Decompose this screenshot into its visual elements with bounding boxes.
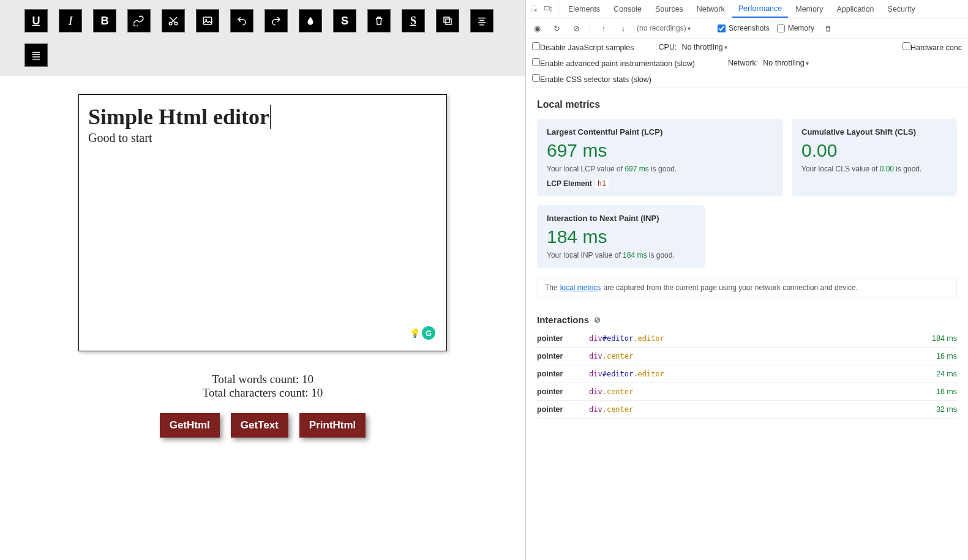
editor-heading[interactable]: Simple Html editor <box>88 104 437 130</box>
tab-memory[interactable]: Memory <box>789 1 829 17</box>
bold-button[interactable]: B <box>93 9 116 32</box>
inp-title: Interaction to Next Paint (INP) <box>547 214 696 223</box>
counts-display: Total words count: 10 Total characters c… <box>203 373 323 400</box>
disable-js-checkbox[interactable]: Disable JavaScript samples <box>532 42 634 52</box>
image-button[interactable] <box>196 9 219 32</box>
inspect-icon[interactable] <box>528 3 541 15</box>
metrics-heading: Local metrics <box>537 99 957 110</box>
enable-paint-checkbox[interactable]: Enable advanced paint instrumentation (s… <box>532 58 703 68</box>
network-label: Network: <box>728 59 758 67</box>
download-icon[interactable]: ↓ <box>617 22 629 34</box>
cpu-label: CPU: <box>659 43 677 51</box>
recordings-dropdown[interactable]: (no recordings) <box>637 24 710 32</box>
tab-security[interactable]: Security <box>882 1 921 17</box>
web-page: U I B S S Simple Html editor Good to sta… <box>0 0 525 560</box>
cpu-throttle-dropdown[interactable]: No throttling <box>681 43 727 51</box>
enable-css-checkbox[interactable]: Enable CSS selector stats (slow) <box>532 74 962 84</box>
upload-icon[interactable]: ↑ <box>598 22 610 34</box>
svg-rect-4 <box>446 19 451 24</box>
bulb-icon[interactable]: 💡 <box>408 327 421 339</box>
editor-content[interactable]: Simple Html editor Good to start 💡 G <box>78 94 447 351</box>
words-value: 10 <box>302 373 313 386</box>
action-buttons: GetHtml GetText PrintHtml <box>160 413 366 438</box>
align-justify-button[interactable] <box>24 43 48 67</box>
cls-card: Cumulative Layout Shift (CLS) 0.00 Your … <box>792 119 957 196</box>
svg-rect-5 <box>444 17 449 23</box>
copy-button[interactable] <box>436 9 459 32</box>
chars-label: Total characters count: <box>203 386 312 399</box>
clear-icon[interactable]: ⊘ <box>570 22 582 34</box>
link-button[interactable] <box>127 9 151 32</box>
reload-icon[interactable]: ↻ <box>550 22 563 34</box>
interaction-row[interactable]: pointerdiv#editor.editor184 ms <box>537 330 957 348</box>
undo-button[interactable] <box>230 9 253 32</box>
device-icon[interactable] <box>542 3 554 15</box>
devtools-tabs: Elements Console Sources Network Perform… <box>526 0 968 18</box>
inp-card: Interaction to Next Paint (INP) 184 ms Y… <box>537 205 705 268</box>
tab-elements[interactable]: Elements <box>562 1 606 17</box>
lcp-value: 697 ms <box>547 140 773 161</box>
align-center-button[interactable] <box>470 9 493 32</box>
clear-interactions-icon[interactable]: ⊘ <box>594 315 601 324</box>
underline-button[interactable]: U <box>24 9 48 32</box>
chars-value: 10 <box>311 386 323 399</box>
perf-settings: Disable JavaScript samples CPU: No throt… <box>526 39 968 88</box>
tab-console[interactable]: Console <box>607 1 648 17</box>
editor-toolbar: U I B S S <box>0 0 525 76</box>
devtools-panel: Elements Console Sources Network Perform… <box>525 0 968 560</box>
print-html-button[interactable]: PrintHtml <box>299 413 366 438</box>
interaction-row[interactable]: pointerdiv.center16 ms <box>537 383 957 401</box>
cut-button[interactable] <box>162 9 185 32</box>
lcp-element-link[interactable]: h1 <box>595 178 609 189</box>
italic-button[interactable]: I <box>59 9 82 32</box>
tab-performance[interactable]: Performance <box>732 1 789 18</box>
record-icon[interactable]: ◉ <box>531 22 543 34</box>
local-metrics-link[interactable]: local metrics <box>560 283 601 292</box>
tint-button[interactable] <box>299 9 322 32</box>
interactions-heading: Interactions <box>537 315 589 325</box>
interaction-row[interactable]: pointerdiv#editor.editor24 ms <box>537 365 957 383</box>
local-metrics-section: Local metrics Largest Contentful Paint (… <box>526 88 968 308</box>
delete-button[interactable] <box>367 9 391 32</box>
svg-rect-8 <box>550 7 552 10</box>
tab-sources[interactable]: Sources <box>649 1 689 17</box>
screenshots-checkbox[interactable]: Screenshots <box>718 24 770 32</box>
interactions-section: Interactions ⊘ pointerdiv#editor.editor1… <box>526 308 968 425</box>
grammarly-widget[interactable]: 💡 G <box>408 326 435 340</box>
get-html-button[interactable]: GetHtml <box>160 413 220 438</box>
gc-icon[interactable] <box>822 22 834 34</box>
lcp-card: Largest Contentful Paint (LCP) 697 ms Yo… <box>537 119 783 196</box>
editor-body-text[interactable]: Good to start <box>88 131 437 145</box>
editor-stage: Simple Html editor Good to start 💡 G Tot… <box>0 76 525 560</box>
words-label: Total words count: <box>212 373 302 386</box>
svg-rect-7 <box>544 6 549 10</box>
lcp-title: Largest Contentful Paint (LCP) <box>547 127 773 136</box>
tab-network[interactable]: Network <box>691 1 731 17</box>
style-button[interactable]: S <box>402 9 425 32</box>
svg-rect-2 <box>203 17 212 24</box>
inp-value: 184 ms <box>547 226 696 247</box>
get-text-button[interactable]: GetText <box>231 413 288 438</box>
cls-title: Cumulative Layout Shift (CLS) <box>801 127 947 136</box>
hw-conc-checkbox[interactable]: Hardware conc <box>902 42 962 52</box>
record-toolbar: ◉ ↻ ⊘ ↑ ↓ (no recordings) Screenshots Me… <box>526 18 968 39</box>
cls-value: 0.00 <box>801 140 947 161</box>
memory-checkbox[interactable]: Memory <box>777 24 814 32</box>
grammarly-icon[interactable]: G <box>422 326 435 340</box>
redo-button[interactable] <box>265 9 288 32</box>
strikethrough-button[interactable]: S <box>333 9 356 32</box>
network-throttle-dropdown[interactable]: No throttling <box>763 59 808 67</box>
interaction-row[interactable]: pointerdiv.center32 ms <box>537 401 957 419</box>
metrics-note: The local metrics are captured from the … <box>537 278 957 297</box>
interaction-row[interactable]: pointerdiv.center16 ms <box>537 348 957 365</box>
tab-application[interactable]: Application <box>830 1 880 17</box>
